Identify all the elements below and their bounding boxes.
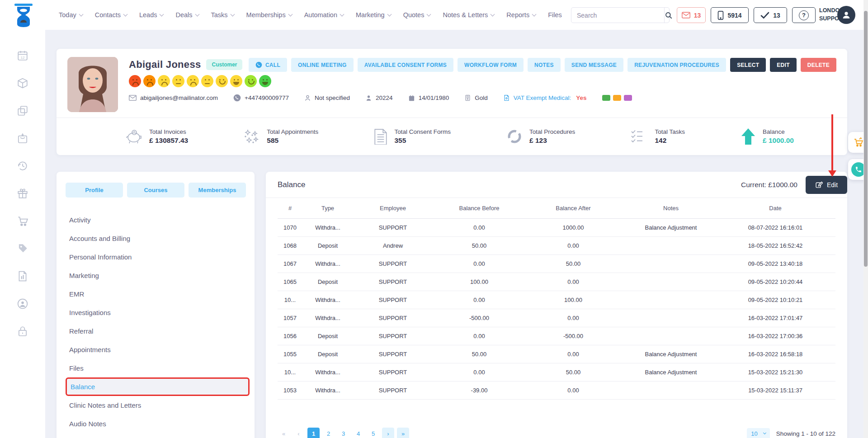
- calendar-icon[interactable]: 12: [17, 50, 28, 61]
- mood-emoji-3[interactable]: [158, 75, 170, 87]
- nav-item-tasks[interactable]: Tasks: [211, 11, 234, 19]
- nav-item-quotes[interactable]: Quotes: [403, 11, 431, 19]
- tab-memberships[interactable]: Memberships: [189, 183, 246, 198]
- sidebar-item-emr[interactable]: EMR: [66, 285, 250, 303]
- customer-phone[interactable]: +447490009777: [233, 94, 289, 102]
- mood-emoji-5[interactable]: [187, 75, 199, 87]
- sidebar-item-audio-notes[interactable]: Audio Notes: [66, 414, 250, 433]
- sidebar-item-drinks[interactable]: Drinks: [66, 433, 250, 438]
- mail-icon: [129, 95, 137, 101]
- account-sync-icon[interactable]: [17, 298, 28, 310]
- page-size-select[interactable]: 10: [747, 428, 769, 438]
- tasks-button[interactable]: 13: [754, 7, 787, 23]
- nav-item-deals[interactable]: Deals: [175, 11, 198, 19]
- sidebar-item-files[interactable]: Files: [66, 359, 250, 377]
- price-tag-icon[interactable]: [17, 243, 28, 254]
- history-icon[interactable]: [17, 160, 28, 172]
- award-badge-icon: [464, 94, 471, 102]
- send-message-button[interactable]: SEND MESSAGE: [565, 58, 623, 72]
- shopping-bag-icon[interactable]: [17, 132, 28, 144]
- cart-icon[interactable]: [17, 215, 28, 227]
- available-consent-forms-button[interactable]: AVAILABLE CONSENT FORMS: [358, 58, 453, 72]
- nav-item-marketing[interactable]: Marketing: [356, 11, 391, 19]
- user-avatar[interactable]: [837, 6, 855, 24]
- mail-notifications-button[interactable]: 13: [677, 7, 706, 23]
- page-first-button[interactable]: «: [278, 428, 290, 438]
- calls-button[interactable]: 5914: [711, 7, 749, 23]
- nav-item-automation[interactable]: Automation: [304, 11, 344, 19]
- scrollbar-thumb[interactable]: [864, 11, 868, 267]
- report-document-icon[interactable]: [17, 270, 28, 282]
- tag-swatch-orange[interactable]: [613, 95, 621, 101]
- page-1-button[interactable]: 1: [307, 428, 320, 438]
- page-next-button[interactable]: ›: [382, 428, 394, 438]
- table-row[interactable]: 1053Withdra...SUPPORT-39.000.0015-03-202…: [278, 381, 835, 400]
- delete-button[interactable]: DELETE: [801, 58, 836, 72]
- app-logo-icon[interactable]: [13, 4, 34, 27]
- nav-item-reports[interactable]: Reports: [506, 11, 536, 19]
- select-button[interactable]: SELECT: [730, 58, 766, 72]
- sidebar-item-activity[interactable]: Activity: [66, 211, 250, 229]
- table-row[interactable]: 10...Withdra...SUPPORT0.00100.0009-05-20…: [278, 291, 835, 309]
- cube-icon[interactable]: [17, 77, 28, 89]
- tag-swatch-purple[interactable]: [624, 95, 632, 101]
- table-row[interactable]: 1068DepositAndrew50.000.0018-05-2022 16:…: [278, 237, 835, 255]
- call-button[interactable]: CALL: [249, 58, 287, 72]
- sidebar-item-appointments[interactable]: Appointments: [66, 340, 250, 359]
- lock-icon[interactable]: [17, 325, 28, 337]
- nav-item-leads[interactable]: Leads: [139, 11, 164, 19]
- search-button[interactable]: [664, 8, 673, 23]
- chevron-down-icon: [123, 12, 127, 16]
- tab-courses[interactable]: Courses: [127, 183, 184, 198]
- rejuvenation-procedures-button[interactable]: REJUVENATION PROCEDURES: [627, 58, 726, 72]
- mood-emoji-6[interactable]: [201, 75, 213, 87]
- mood-emoji-1[interactable]: [129, 75, 141, 87]
- mood-emoji-10[interactable]: [259, 75, 271, 87]
- table-row[interactable]: 1056DepositSUPPORT0.00-500.0016-03-2022 …: [278, 327, 835, 345]
- mood-emoji-8[interactable]: [230, 75, 242, 87]
- mood-emoji-7[interactable]: [216, 75, 228, 87]
- nav-item-today[interactable]: Today: [59, 11, 83, 19]
- page-2-button[interactable]: 2: [322, 428, 335, 438]
- customer-email[interactable]: abigailjones@mailinator.com: [129, 94, 218, 101]
- search-icon: [665, 11, 673, 19]
- edit-customer-button[interactable]: EDIT: [770, 58, 797, 72]
- page-3-button[interactable]: 3: [337, 428, 349, 438]
- copy-icon[interactable]: [17, 105, 28, 117]
- search-input[interactable]: [571, 8, 664, 23]
- sidebar-item-referral[interactable]: Referral: [66, 322, 250, 340]
- sidebar-item-accounts-and-billing[interactable]: Accounts and Billing: [66, 229, 250, 248]
- online-meeting-button[interactable]: ONLINE MEETING: [291, 58, 354, 72]
- edit-balance-button[interactable]: Edit: [806, 176, 847, 194]
- workflow-form-button[interactable]: WORKFLOW FORM: [458, 58, 524, 72]
- table-row[interactable]: 1067Withdra...SUPPORT0.0050.0009-05-2022…: [278, 255, 835, 273]
- notes-button[interactable]: NOTES: [528, 58, 561, 72]
- chevron-down-icon: [79, 12, 83, 16]
- mood-scale: [129, 75, 271, 87]
- nav-item-files[interactable]: Files: [548, 11, 562, 19]
- sidebar-item-clinic-notes-and-letters[interactable]: Clinic Notes and Letters: [66, 396, 250, 414]
- mood-emoji-2[interactable]: [143, 75, 156, 87]
- table-row[interactable]: 1065DepositSUPPORT100.000.0009-05-2022 1…: [278, 273, 835, 291]
- help-button[interactable]: [792, 7, 816, 23]
- page-4-button[interactable]: 4: [352, 428, 364, 438]
- page-5-button[interactable]: 5: [367, 428, 379, 438]
- sidebar-item-investigations[interactable]: Investigations: [66, 303, 250, 322]
- mood-emoji-4[interactable]: [172, 75, 184, 87]
- nav-item-notes-letters[interactable]: Notes & Letters: [443, 11, 494, 19]
- page-last-button[interactable]: »: [397, 428, 409, 438]
- table-row[interactable]: 1070Withdra...SUPPORT0.001000.00Balance …: [278, 219, 835, 237]
- tag-swatch-green[interactable]: [602, 95, 610, 101]
- nav-item-memberships[interactable]: Memberships: [246, 11, 292, 19]
- sidebar-item-balance[interactable]: Balance: [66, 377, 250, 396]
- table-row[interactable]: 1055DepositSUPPORT50.000.00Balance Adjus…: [278, 345, 835, 363]
- page-prev-button[interactable]: ‹: [292, 428, 305, 438]
- mood-emoji-9[interactable]: [245, 75, 257, 87]
- tab-profile[interactable]: Profile: [66, 183, 123, 198]
- gift-icon[interactable]: [17, 188, 28, 199]
- table-row[interactable]: 10...Withdra...SUPPORT0.0050.00Balance A…: [278, 363, 835, 381]
- nav-item-contacts[interactable]: Contacts: [95, 11, 127, 19]
- sidebar-item-marketing[interactable]: Marketing: [66, 266, 250, 285]
- table-row[interactable]: 1057Withdra...SUPPORT-500.000.0016-03-20…: [278, 309, 835, 327]
- sidebar-item-personal-information[interactable]: Personal Information: [66, 248, 250, 266]
